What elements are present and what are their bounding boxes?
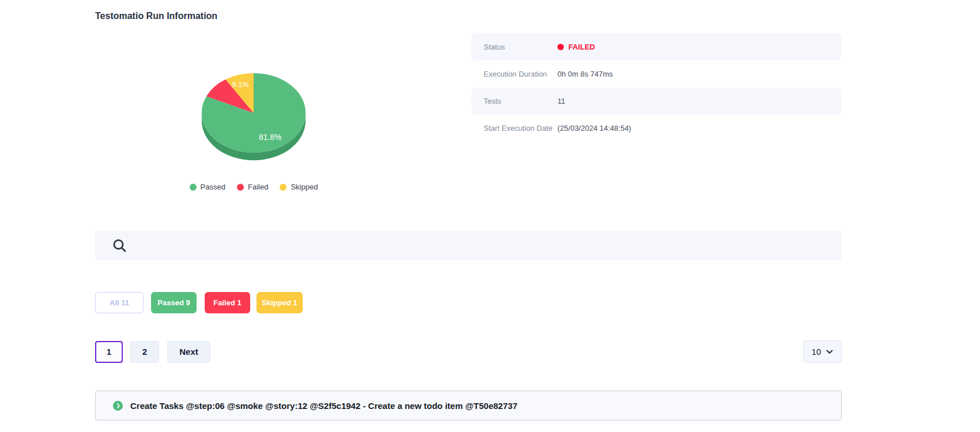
- filter-buttons: All 11 Passed 9 Failed 1 Skipped 1: [95, 292, 842, 313]
- filter-skipped-button[interactable]: Skipped 1: [257, 292, 303, 313]
- passed-dot-icon: [190, 184, 197, 191]
- row-value: 0h 0m 8s 747ms: [557, 70, 613, 78]
- filter-failed-button[interactable]: Failed 1: [205, 292, 250, 313]
- test-title: Create Tasks @step:06 @smoke @story:12 @…: [130, 401, 517, 411]
- chevron-down-icon: [826, 350, 833, 354]
- test-result-item[interactable]: ❯ Create Tasks @step:06 @smoke @story:12…: [95, 391, 842, 420]
- status-badge: FAILED: [557, 43, 595, 51]
- table-row-status: Status FAILED: [472, 33, 842, 60]
- pie-chart-svg: 9.1% 81.8%: [198, 71, 309, 165]
- failed-dot-icon: [237, 184, 244, 191]
- run-info-section: 9.1% 81.8% Passed Failed Skipped: [95, 21, 842, 191]
- legend-item-passed[interactable]: Passed: [190, 183, 225, 191]
- legend-label: Failed: [248, 183, 268, 191]
- row-value: (25/03/2024 14:48:54): [557, 124, 631, 132]
- row-label: Execution Duration: [484, 70, 557, 78]
- filter-all-button[interactable]: All 11: [95, 292, 144, 313]
- row-value: 11: [557, 97, 566, 105]
- row-label: Start Execution Date: [484, 124, 557, 132]
- page-size-select[interactable]: 10: [803, 340, 842, 363]
- search-icon: [112, 238, 127, 253]
- search-input[interactable]: [95, 230, 842, 260]
- legend-label: Skipped: [291, 183, 318, 191]
- pie-label-passed: 81.8%: [259, 132, 281, 142]
- row-label: Status: [484, 43, 557, 51]
- legend-item-failed[interactable]: Failed: [237, 183, 268, 191]
- table-row-duration: Execution Duration 0h 0m 8s 747ms: [472, 60, 842, 88]
- next-page-button[interactable]: Next: [167, 341, 210, 363]
- legend-label: Passed: [201, 183, 225, 191]
- filter-passed-button[interactable]: Passed 9: [151, 292, 197, 313]
- page-size-value: 10: [812, 347, 821, 357]
- row-label: Tests: [484, 97, 557, 105]
- pie-label-skipped: 9.1%: [232, 80, 249, 89]
- skipped-dot-icon: [280, 184, 287, 191]
- page-2-button[interactable]: 2: [130, 341, 159, 363]
- report-page: Testomatio Run Information 9.1% 81.8% Pa…: [95, 0, 842, 420]
- expand-chevron-icon[interactable]: ❯: [113, 401, 123, 411]
- results-pie-chart: 9.1% 81.8% Passed Failed Skipped: [95, 21, 412, 191]
- table-row-tests: Tests 11: [472, 88, 842, 115]
- pie-legend: Passed Failed Skipped: [190, 183, 318, 191]
- status-dot-icon: [557, 44, 564, 50]
- status-text: FAILED: [568, 43, 595, 51]
- page-1-button[interactable]: 1: [95, 341, 123, 363]
- run-info-table: Status FAILED Execution Duration 0h 0m 8…: [472, 21, 842, 142]
- pagination-bar: 1 2 Next 10: [95, 340, 842, 363]
- table-row-start-date: Start Execution Date (25/03/2024 14:48:5…: [472, 115, 842, 142]
- legend-item-skipped[interactable]: Skipped: [280, 183, 318, 191]
- page-title: Testomatio Run Information: [95, 0, 842, 21]
